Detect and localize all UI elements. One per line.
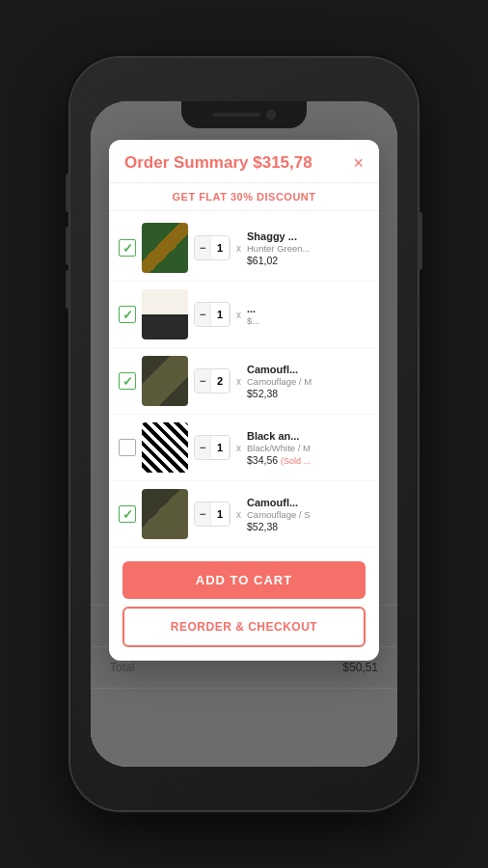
qty-decrease-3[interactable]: − [195, 369, 210, 393]
item-price-3: $52,38 [247, 388, 369, 399]
item-price-value-4: $34,56 [247, 454, 278, 466]
qty-number-5: 1 [210, 502, 230, 526]
item-sold-label-4: (Sold ... [281, 456, 311, 466]
item-name-1: Shaggy ... [247, 231, 369, 242]
qty-decrease-1[interactable]: − [195, 236, 210, 259]
item-price-5: $52,38 [247, 521, 369, 532]
item-variant-2: $... [247, 315, 369, 326]
item-info-3: Camoufl... Camouflage / M $52,38 [247, 364, 369, 399]
x-separator-5: x [236, 509, 241, 520]
item-name-4: Black an... [247, 430, 369, 442]
item-image-2 [142, 289, 188, 339]
item-name-2: ... [247, 303, 369, 314]
order-summary-modal: Order Summary $315,78 × GET FLAT 30% DIS… [109, 140, 379, 661]
notch-camera [266, 110, 276, 120]
quantity-control-1: − 1 [194, 235, 230, 260]
item-checkbox-1[interactable] [119, 239, 136, 257]
qty-decrease-4[interactable]: − [195, 436, 210, 459]
item-checkbox-2[interactable] [119, 306, 136, 323]
phone-notch [181, 101, 307, 128]
phone-screen: Payment Status Pending Fulfillment Statu… [91, 101, 397, 767]
qty-number-3: 2 [210, 369, 230, 393]
qty-number-2: 1 [210, 303, 230, 326]
item-price-4: $34,56 (Sold ... [247, 454, 369, 466]
list-item: − 1 x Black an... Black/White / M $34,56… [109, 415, 379, 481]
item-variant-1: Hunter Green... [247, 243, 369, 254]
reorder-checkout-button[interactable]: REORDER & CHECKOUT [122, 607, 366, 647]
discount-banner: GET FLAT 30% DISCOUNT [109, 183, 379, 211]
notch-speaker [212, 113, 260, 117]
qty-number-4: 1 [210, 436, 230, 459]
item-price-1: $61,02 [247, 255, 369, 266]
qty-number-1: 1 [210, 236, 230, 259]
phone-frame: Payment Status Pending Fulfillment Statu… [70, 58, 418, 810]
item-name-3: Camoufl... [247, 364, 369, 375]
item-variant-3: Camouflage / M [247, 376, 369, 387]
add-to-cart-button[interactable]: ADD TO CART [122, 561, 366, 599]
item-image-5 [142, 489, 188, 539]
quantity-control-2: − 1 [194, 302, 230, 327]
x-separator-2: x [236, 310, 241, 320]
item-variant-5: Camouflage / S [247, 509, 369, 520]
quantity-control-3: − 2 [194, 368, 230, 393]
item-image-1 [142, 223, 188, 273]
x-separator-1: x [236, 243, 241, 254]
x-separator-4: x [236, 443, 241, 453]
list-item: − 1 x Camoufl... Camouflage / S $52,38 [109, 481, 379, 548]
qty-decrease-5[interactable]: − [195, 502, 210, 526]
item-info-1: Shaggy ... Hunter Green... $61,02 [247, 231, 369, 266]
quantity-control-4: − 1 [194, 435, 230, 460]
list-item: − 2 x Camoufl... Camouflage / M $52,38 [109, 348, 379, 415]
item-variant-4: Black/White / M [247, 443, 369, 453]
modal-actions: ADD TO CART REORDER & CHECKOUT [109, 552, 379, 661]
list-item: − 1 x ... $... [109, 282, 379, 348]
x-separator-3: x [236, 376, 241, 387]
item-checkbox-4[interactable] [119, 439, 136, 456]
modal-title: Order Summary $315,78 [124, 153, 312, 173]
modal-header: Order Summary $315,78 × [109, 140, 379, 183]
item-checkbox-3[interactable] [119, 372, 136, 390]
item-info-5: Camoufl... Camouflage / S $52,38 [247, 497, 369, 532]
item-image-4 [142, 422, 188, 473]
item-image-3 [142, 356, 188, 406]
item-info-4: Black an... Black/White / M $34,56 (Sold… [247, 430, 369, 466]
items-list: − 1 x Shaggy ... Hunter Green... $61,02 [109, 211, 379, 552]
modal-overlay: Order Summary $315,78 × GET FLAT 30% DIS… [91, 101, 397, 767]
list-item: − 1 x Shaggy ... Hunter Green... $61,02 [109, 215, 379, 282]
item-info-2: ... $... [247, 303, 369, 327]
close-icon[interactable]: × [353, 154, 364, 172]
item-checkbox-5[interactable] [119, 505, 136, 523]
qty-decrease-2[interactable]: − [195, 303, 210, 326]
quantity-control-5: − 1 [194, 502, 230, 527]
item-name-5: Camoufl... [247, 497, 369, 508]
